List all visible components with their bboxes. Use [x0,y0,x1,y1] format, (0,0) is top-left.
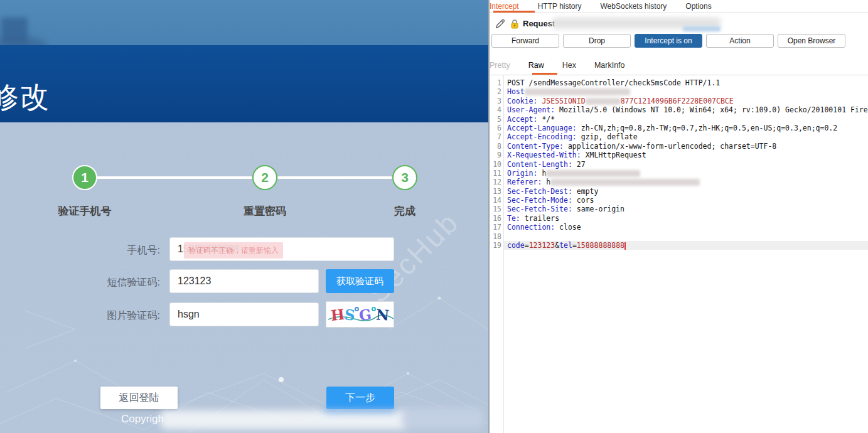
viewtab-markinfo[interactable]: MarkInfo [594,61,625,70]
step-label-: 重置密码 [208,204,321,218]
line-text: Content-Type: application/x-www-form-url… [503,142,868,151]
step-circle-3: 3 [392,165,417,190]
redacted-footer [324,407,395,413]
back-to-login-button[interactable]: 返回登陆 [100,387,178,409]
request-line: 12Referer: h [490,178,868,186]
redacted-text [586,98,621,105]
line-number: 14 [490,196,503,205]
request-line: 18 [490,232,868,241]
request-line: 14Sec-Fetch-Mode: cors [490,196,868,205]
line-text: code=123123&tel=15888888888 [503,241,868,250]
line-text: Sec-Fetch-Dest: empty [503,187,868,196]
active-viewtab-underline [532,73,557,75]
line-text: Origin: h [503,169,868,178]
captcha-input[interactable] [169,302,319,326]
burp-tab-http-history[interactable]: HTTP history [538,2,582,11]
request-line: 7Accept-Encoding: gzip, deflate [490,132,868,141]
line-number: 4 [490,105,503,114]
request-line: 6Accept-Language: zh-CN,zh;q=0.8,zh-TW;q… [490,124,868,132]
line-text: POST /sendMessageController/checkSmsCode… [503,78,868,87]
screenshot-root: 修改 SecHub 1验证手机号2重置密码3完成 手机号: 验证码不正确，请重新… [0,0,868,433]
password-reset-page: 修改 SecHub 1验证手机号2重置密码3完成 手机号: 验证码不正确，请重新… [0,0,488,433]
text-cursor [624,242,626,250]
line-text: Cookie: JSESSIONID877C1214096B6F2228E007… [503,97,868,105]
lock-icon [510,19,519,29]
redacted-request-host [683,26,721,31]
burp-tab-options[interactable]: Options [685,2,711,11]
captcha-label: 图片验证码: [37,309,160,323]
line-number: 13 [490,187,503,196]
request-line: 2Host [490,87,868,96]
line-text: Accept-Language: zh-CN,zh;q=0.8,zh-TW;q=… [503,124,868,132]
line-number: 6 [490,124,503,132]
line-number: 1 [490,78,503,87]
page-banner: 修改 [0,45,488,122]
viewtab-hex[interactable]: Hex [562,61,576,70]
captcha-letter: N [375,306,390,323]
page-title: 修改 [0,78,50,117]
line-number: 3 [490,97,503,105]
line-number: 19 [490,241,503,250]
sms-code-input[interactable] [169,269,319,293]
action-button[interactable]: Action [706,34,774,48]
line-number: 12 [490,178,503,186]
message-view-tabs: PrettyRawHexMarkInfo [490,50,868,75]
phone-error-tooltip: 验证码不正确，请重新输入 [184,242,283,259]
request-line: 9X-Requested-With: XMLHttpRequest [490,151,868,159]
step-circle-2: 2 [252,165,277,190]
next-step-button[interactable]: 下一步 [326,387,394,409]
captcha-image[interactable]: HSGN [326,301,394,328]
line-text: Sec-Fetch-Mode: cors [503,196,868,205]
captcha-letters: HSGN [331,306,389,323]
step-label-: 完成 [348,204,461,218]
request-line: 16Te: trailers [490,214,868,223]
request-bar: Request [490,13,868,34]
step-connector [277,176,392,179]
redacted-text [525,88,630,95]
line-number: 9 [490,151,503,159]
copyright-text: Copyrigh [121,413,164,425]
line-number: 18 [490,232,503,241]
request-line: 17Connection: close [490,223,868,232]
viewtab-raw[interactable]: Raw [528,61,544,70]
line-text: Te: trailers [503,214,868,223]
drop-button[interactable]: Drop [563,34,631,48]
line-text [503,232,868,241]
active-tab-underline [493,11,535,13]
request-line: 8Content-Type: application/x-www-form-ur… [490,142,868,151]
intercept-is-on-button[interactable]: Intercept is on [635,34,702,48]
phone-error-text: 验证码不正确，请重新输入 [188,245,279,256]
burp-intercept-panel: InterceptHTTP historyWebSockets historyO… [490,0,868,433]
burp-tab-websockets-history[interactable]: WebSockets history [601,2,667,11]
captcha-letter: H [330,305,345,323]
line-number: 10 [490,160,503,169]
step-circle-1: 1 [72,165,97,190]
line-text: Host [503,87,868,96]
redacted-footer [402,408,483,429]
request-line: 11Origin: h [490,169,868,178]
request-line: 1POST /sendMessageController/checkSmsCod… [490,78,868,87]
request-line: 5Accept: */* [490,115,868,124]
request-line: 13Sec-Fetch-Dest: empty [490,187,868,196]
line-text: Sec-Fetch-Site: same-origin [503,205,868,213]
burp-tab-intercept[interactable]: Intercept [490,2,519,11]
step-connector [97,176,252,179]
step-label-: 验证手机号 [28,204,141,218]
captcha-letter: S [343,306,355,324]
forward-button[interactable]: Forward [491,34,559,48]
line-text: User-Agent: Mozilla/5.0 (Windows NT 10.0… [503,105,868,114]
line-text: X-Requested-With: XMLHttpRequest [503,151,868,159]
line-number: 11 [490,169,503,178]
raw-request-editor[interactable]: 1POST /sendMessageController/checkSmsCod… [490,75,868,433]
open-browser-button[interactable]: Open Browser [778,34,845,48]
get-sms-code-button[interactable]: 获取验证码 [326,269,394,293]
request-line: 19code=123123&tel=15888888888 [490,241,868,250]
redacted-footer [160,410,408,429]
request-line: 3Cookie: JSESSIONID877C1214096B6F2228E00… [490,97,868,105]
line-text: Accept-Encoding: gzip, deflate [503,132,868,141]
line-number: 16 [490,214,503,223]
site-header [0,0,488,45]
redacted-text [550,179,700,186]
request-line: 15Sec-Fetch-Site: same-origin [490,205,868,213]
viewtab-pretty[interactable]: Pretty [490,61,510,70]
